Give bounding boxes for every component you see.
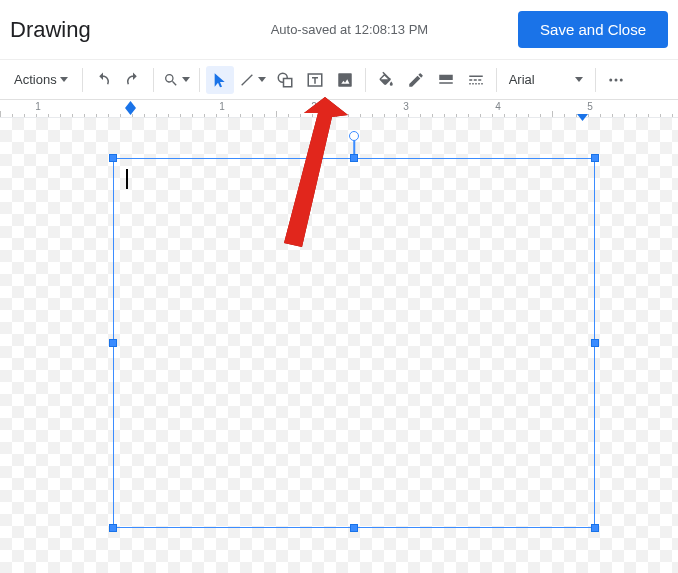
- ruler-tick: [672, 114, 673, 117]
- ruler-tick: [444, 114, 445, 117]
- select-tool-button[interactable]: [206, 66, 234, 94]
- border-color-icon: [407, 71, 425, 89]
- more-button[interactable]: [602, 66, 630, 94]
- resize-handle-sw[interactable]: [109, 524, 117, 532]
- indent-marker-left[interactable]: [125, 101, 136, 119]
- undo-button[interactable]: [89, 66, 117, 94]
- separator: [365, 68, 366, 92]
- font-family-select[interactable]: Arial: [503, 66, 589, 94]
- border-weight-icon: [437, 71, 455, 89]
- ruler-tick: [612, 114, 613, 117]
- resize-handle-n[interactable]: [350, 154, 358, 162]
- shape-icon: [276, 71, 294, 89]
- resize-handle-nw[interactable]: [109, 154, 117, 162]
- ruler-number: 5: [587, 101, 593, 112]
- toolbar: Actions Arial: [0, 60, 678, 100]
- select-icon: [212, 72, 228, 88]
- ruler-tick: [24, 114, 25, 117]
- rotate-handle[interactable]: [349, 131, 359, 141]
- ruler-tick: [300, 114, 301, 117]
- separator: [199, 68, 200, 92]
- save-and-close-button[interactable]: Save and Close: [518, 11, 668, 48]
- ruler-tick: [312, 114, 313, 117]
- ruler-tick: [84, 114, 85, 117]
- ruler-tick: [60, 114, 61, 117]
- dropdown-icon: [60, 77, 68, 82]
- svg-point-4: [609, 78, 612, 81]
- image-tool-button[interactable]: [331, 66, 359, 94]
- resize-handle-e[interactable]: [591, 339, 599, 347]
- actions-menu[interactable]: Actions: [6, 66, 76, 94]
- line-icon: [239, 72, 255, 88]
- zoom-button[interactable]: [160, 66, 193, 94]
- separator: [496, 68, 497, 92]
- ruler-tick: [456, 114, 457, 117]
- drawing-canvas[interactable]: [0, 118, 678, 573]
- textbox-tool-button[interactable]: [301, 66, 329, 94]
- svg-rect-3: [338, 73, 352, 87]
- ruler-number: 3: [403, 101, 409, 112]
- ruler-tick: [168, 114, 169, 117]
- redo-icon: [124, 71, 142, 89]
- dialog-header: Drawing Auto-saved at 12:08:13 PM Save a…: [0, 0, 678, 60]
- ruler-tick: [252, 114, 253, 117]
- ruler-tick: [396, 114, 397, 117]
- ruler-tick: [492, 114, 493, 117]
- ruler-tick: [144, 114, 145, 117]
- border-dash-button[interactable]: [462, 66, 490, 94]
- ruler-tick: [204, 114, 205, 117]
- text-box-selection[interactable]: [113, 158, 595, 528]
- resize-handle-s[interactable]: [350, 524, 358, 532]
- textbox-icon: [306, 71, 324, 89]
- ruler-tick: [264, 114, 265, 117]
- line-tool-button[interactable]: [236, 66, 269, 94]
- ruler-tick: [432, 114, 433, 117]
- actions-label: Actions: [14, 72, 57, 87]
- ruler-tick: [180, 114, 181, 117]
- resize-handle-se[interactable]: [591, 524, 599, 532]
- svg-point-5: [614, 78, 617, 81]
- ruler-tick: [516, 114, 517, 117]
- ruler-tick: [216, 114, 217, 117]
- ruler-tick: [564, 114, 565, 117]
- separator: [153, 68, 154, 92]
- separator: [82, 68, 83, 92]
- text-cursor: [126, 169, 128, 189]
- resize-handle-w[interactable]: [109, 339, 117, 347]
- ruler-tick: [228, 114, 229, 117]
- shape-tool-button[interactable]: [271, 66, 299, 94]
- ruler-tick: [276, 111, 277, 117]
- ruler-tick: [648, 114, 649, 117]
- ruler-number: 4: [495, 101, 501, 112]
- fill-color-button[interactable]: [372, 66, 400, 94]
- border-color-button[interactable]: [402, 66, 430, 94]
- ruler-tick: [48, 114, 49, 117]
- ruler-tick: [36, 114, 37, 117]
- border-weight-button[interactable]: [432, 66, 460, 94]
- ruler-tick: [540, 114, 541, 117]
- ruler-tick: [108, 114, 109, 117]
- ruler-tick: [348, 114, 349, 117]
- ruler-tick: [0, 111, 1, 117]
- separator: [595, 68, 596, 92]
- ruler-tick: [288, 114, 289, 117]
- svg-rect-1: [283, 78, 291, 86]
- ruler-tick: [360, 114, 361, 117]
- resize-handle-ne[interactable]: [591, 154, 599, 162]
- autosave-status: Auto-saved at 12:08:13 PM: [181, 22, 518, 37]
- fill-color-icon: [377, 71, 395, 89]
- ruler-tick: [504, 114, 505, 117]
- ruler-tick: [120, 114, 121, 117]
- ruler-tick: [588, 114, 589, 117]
- redo-button[interactable]: [119, 66, 147, 94]
- ruler-tick: [480, 114, 481, 117]
- zoom-icon: [163, 72, 179, 88]
- svg-point-6: [619, 78, 622, 81]
- border-dash-icon: [467, 71, 485, 89]
- ruler-tick: [552, 111, 553, 117]
- ruler-number: 1: [35, 101, 41, 112]
- dropdown-icon: [258, 77, 266, 82]
- ruler-tick: [372, 114, 373, 117]
- ruler-tick: [636, 114, 637, 117]
- ruler-number: 1: [219, 101, 225, 112]
